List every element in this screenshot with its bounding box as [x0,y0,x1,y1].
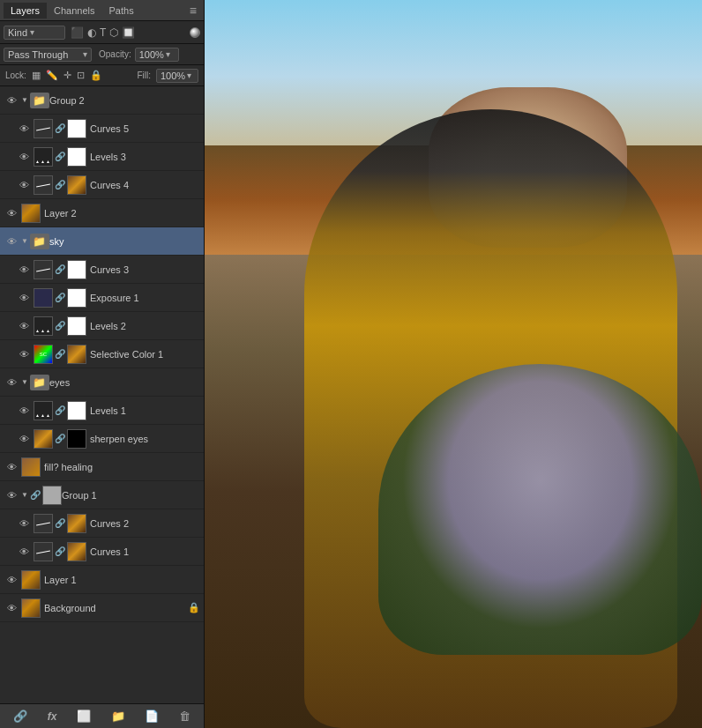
layer-row[interactable]: 👁 Background 🔒 [0,594,204,622]
layer-row[interactable]: 👁 🔗 Levels 1 [0,397,204,425]
visibility-toggle[interactable]: 👁 [16,405,32,416]
layer-thumbnail: SC [34,345,53,364]
layer-row[interactable]: 👁 fill? healing [0,453,204,481]
thumb-wrapper: 🔗 [34,288,86,308]
layer-name: Background [44,603,188,613]
visibility-toggle[interactable]: 👁 [16,321,32,331]
layer-row[interactable]: 👁 ▼ 📁 eyes [0,368,204,397]
expand-arrow[interactable]: ▼ [21,378,28,386]
new-layer-button[interactable]: 📄 [141,708,162,724]
layer-name: Curves 5 [90,123,200,134]
shape-icon[interactable]: ⬡ [109,26,118,39]
layer-row[interactable]: 👁 🔗 Levels 2 [0,312,204,340]
layer-row[interactable]: 👁 🔗 Curves 2 [0,509,204,538]
layer-filter-icon[interactable] [190,27,200,38]
layer-row[interactable]: 👁 Layer 2 [0,199,204,227]
panel-menu-icon[interactable]: ≡ [186,4,200,18]
photo-background [205,0,702,728]
layer-row[interactable]: 👁 SC 🔗 Selective Color 1 [0,340,204,368]
visibility-toggle[interactable]: 👁 [4,377,19,388]
layer-thumbnail [21,598,41,618]
layer-row[interactable]: 👁 ▼ 🔗 Group 1 [0,481,204,509]
visibility-toggle[interactable]: 👁 [16,349,32,360]
fx-button[interactable]: fx [44,709,61,724]
kind-dropdown-icon: ▾ [30,27,34,37]
visibility-toggle[interactable]: 👁 [16,123,32,134]
blend-mode-select[interactable]: Pass Through ▾ [4,48,92,62]
mask-thumbnail [67,175,86,195]
layer-row[interactable]: 👁 🔗 Curves 5 [0,115,204,143]
mask-thumbnail [67,119,86,138]
visibility-toggle[interactable]: 👁 [4,603,19,613]
visibility-toggle[interactable]: 👁 [4,462,19,472]
group-button[interactable]: 📁 [108,708,129,724]
lock-transparency-icon[interactable]: ▦ [32,70,41,81]
fill-input[interactable]: 100% ▾ [156,69,198,83]
layer-row[interactable]: 👁 🔗 Curves 1 [0,538,204,566]
layer-row[interactable]: 👁 ▼ 📁 Group 2 [0,86,204,115]
thumb-wrapper [21,204,41,223]
layer-row[interactable]: 👁 Layer 1 [0,566,204,594]
expand-arrow[interactable]: ▼ [21,491,28,499]
tab-channels[interactable]: Channels [47,3,101,19]
smartobj-icon[interactable]: 🔲 [122,26,135,39]
thumb-wrapper: 🔗 [34,429,86,449]
visibility-toggle[interactable]: 👁 [16,546,32,557]
folder-thumb [42,486,62,505]
layer-row[interactable]: 👁 🔗 Exposure 1 [0,284,204,312]
tab-paths[interactable]: Paths [102,3,141,19]
chain-icon: 🔗 [55,321,65,331]
delete-layer-button[interactable]: 🗑 [176,708,194,724]
visibility-toggle[interactable]: 👁 [16,293,32,303]
visibility-toggle[interactable]: 👁 [4,490,19,501]
thumb-wrapper: 🔗 [34,542,86,561]
visibility-toggle[interactable]: 👁 [16,434,32,444]
layer-name: eyes [49,377,200,388]
chain-icon: 🔗 [55,405,65,415]
visibility-toggle[interactable]: 👁 [4,236,19,247]
lock-paint-icon[interactable]: ✏️ [46,70,58,81]
lock-artboard-icon[interactable]: ⊡ [77,70,85,81]
kind-icons: ⬛ ◐ T ⬡ 🔲 [71,26,135,39]
lock-move-icon[interactable]: ✛ [63,70,71,81]
visibility-toggle[interactable]: 👁 [4,208,19,219]
mask-button[interactable]: ⬜ [73,708,94,724]
layer-name: Group 1 [62,490,200,501]
tab-layers[interactable]: Layers [4,3,47,19]
opacity-label: Opacity: [99,49,131,59]
layer-row[interactable]: 👁 ▼ 📁 sky [0,227,204,256]
layer-row[interactable]: 👁 🔗 Curves 3 [0,256,204,284]
mask-thumbnail [67,147,86,167]
chain-icon: 🔗 [55,152,65,161]
visibility-toggle[interactable]: 👁 [16,518,32,529]
visibility-toggle[interactable]: 👁 [16,264,32,275]
layer-row[interactable]: 👁 🔗 Curves 4 [0,171,204,199]
background-lock-icon: 🔒 [188,602,200,613]
fill-value-text: 100% [161,71,185,81]
layer-name: Layer 1 [44,575,200,585]
lock-all-icon[interactable]: 🔒 [90,70,102,81]
expand-arrow[interactable]: ▼ [21,237,28,245]
visibility-toggle[interactable]: 👁 [4,575,19,585]
chain-icon: 🔗 [55,518,65,528]
layers-panel: Layers Channels Paths ≡ Kind ▾ ⬛ ◐ T ⬡ 🔲… [0,0,205,728]
type-icon[interactable]: T [100,26,106,39]
adjustment-icon[interactable]: ◐ [87,26,96,39]
pixel-icon[interactable]: ⬛ [71,26,84,39]
visibility-toggle[interactable]: 👁 [16,180,32,190]
thumb-wrapper: SC 🔗 [34,345,86,364]
visibility-toggle[interactable]: 👁 [16,152,32,162]
opacity-input[interactable]: 100% ▾ [135,48,179,62]
chain-icon: 🔗 [55,123,65,133]
layer-thumbnail [34,147,53,167]
layer-thumbnail [34,119,53,138]
expand-arrow[interactable]: ▼ [21,96,28,104]
link-button[interactable]: 🔗 [10,708,31,724]
chain-icon: 🔗 [55,546,65,556]
kind-select[interactable]: Kind ▾ [4,26,65,40]
layer-name: sky [49,236,200,247]
layer-thumbnail [34,542,53,561]
visibility-toggle[interactable]: 👁 [4,95,19,106]
layer-row[interactable]: 👁 🔗 sherpen eyes [0,425,204,453]
layer-row[interactable]: 👁 🔗 Levels 3 [0,143,204,171]
